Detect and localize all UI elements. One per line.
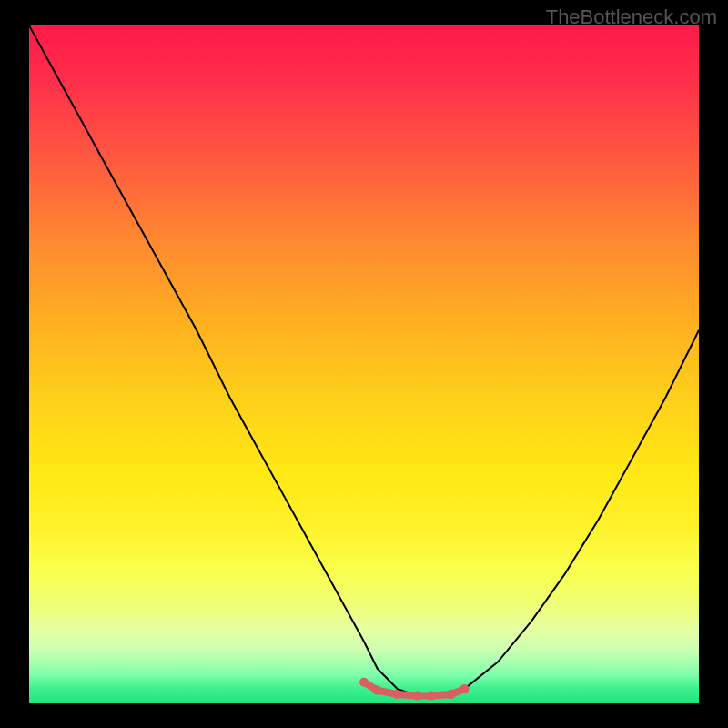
chart-svg xyxy=(29,25,699,703)
optimal-marker-dot xyxy=(427,692,436,701)
optimal-marker-dot xyxy=(447,690,456,699)
curve-line xyxy=(29,25,699,696)
optimal-marker-dot xyxy=(413,692,422,701)
watermark-text: TheBottleneck.com xyxy=(546,5,717,29)
optimal-marker-dot xyxy=(460,684,469,693)
optimal-marker-dot xyxy=(373,686,382,695)
optimal-marker xyxy=(359,678,469,701)
optimal-marker-dot xyxy=(393,690,402,699)
plot-area xyxy=(29,25,699,703)
optimal-marker-dot xyxy=(359,678,369,687)
